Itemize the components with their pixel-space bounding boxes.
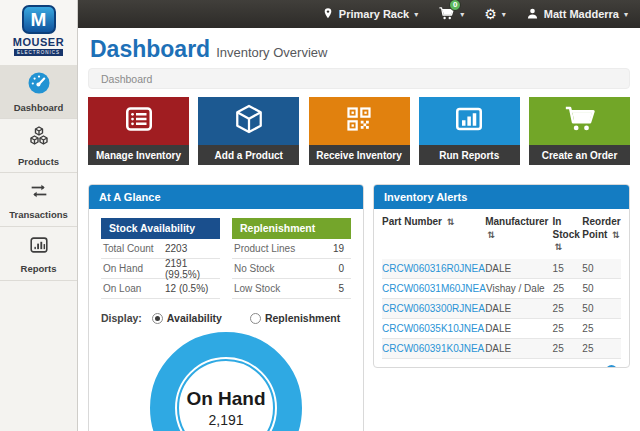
sidebar: DashboardProductsTransactionsReports bbox=[0, 65, 78, 431]
alerts-table-head: Part Number ⇅Manufacturer ⇅In Stock ⇅Reo… bbox=[382, 209, 621, 259]
manufacturer-cell: DALE bbox=[485, 343, 552, 354]
circle-arrow-icon: › bbox=[606, 365, 617, 368]
sidebar-item-label: Dashboard bbox=[14, 102, 64, 113]
in-stock-cell: 25 bbox=[553, 283, 583, 294]
manufacturer-cell: DALE bbox=[485, 263, 552, 274]
column-header-part-number[interactable]: Part Number ⇅ bbox=[382, 216, 485, 254]
cube-icon bbox=[232, 103, 266, 139]
in-stock-cell: 25 bbox=[553, 303, 583, 314]
stat-label: On Loan bbox=[103, 283, 165, 294]
display-label: Display: bbox=[101, 312, 142, 324]
action-label: Run Reports bbox=[419, 145, 520, 165]
radio-unselected-icon bbox=[250, 313, 261, 324]
quick-actions: Manage InventoryAdd a ProductReceive Inv… bbox=[88, 97, 630, 165]
user-icon bbox=[526, 7, 539, 22]
chevron-down-icon: ▾ bbox=[460, 10, 464, 19]
logo-brand-sub: ELECTRONICS bbox=[14, 49, 63, 56]
stat-row-no-stock: No Stock0 bbox=[232, 259, 351, 279]
column-header-in-stock[interactable]: In Stock ⇅ bbox=[553, 216, 583, 254]
page-head: DashboardInventory Overview bbox=[78, 28, 640, 63]
sort-icon: ⇅ bbox=[555, 242, 563, 252]
part-number-link[interactable]: CRCW060391K0JNEA bbox=[382, 343, 484, 354]
donut-label: On Hand bbox=[186, 388, 265, 410]
replenishment-table: Replenishment Product Lines19No Stock0Lo… bbox=[232, 218, 351, 299]
action-icon-area bbox=[529, 97, 630, 145]
at-a-glance-panel: At A Glance Stock Availability Total Cou… bbox=[88, 184, 364, 431]
stat-value: 5 bbox=[338, 283, 349, 294]
chart-icon bbox=[453, 104, 485, 138]
cubes-icon bbox=[27, 125, 51, 153]
sort-icon: ⇅ bbox=[612, 230, 620, 240]
settings-dropdown[interactable]: ⚙ ▾ bbox=[484, 7, 506, 21]
mouser-logo[interactable]: M MOUSER ELECTRONICS bbox=[0, 0, 78, 65]
panels-row: At A Glance Stock Availability Total Cou… bbox=[88, 184, 630, 431]
reorder-point-cell: 50 bbox=[582, 303, 621, 314]
cart-dropdown[interactable]: 0 ▾ bbox=[438, 6, 464, 23]
part-number-link[interactable]: CRCW0603300RJNEA bbox=[382, 303, 485, 314]
sidebar-item-dashboard[interactable]: Dashboard bbox=[0, 65, 77, 119]
breadcrumb-current: Dashboard bbox=[101, 73, 152, 85]
stat-row-total-count: Total Count2203 bbox=[101, 239, 220, 259]
display-radio-availability[interactable]: Availability bbox=[152, 312, 222, 324]
manufacturer-cell: DALE bbox=[485, 303, 552, 314]
add-a-product-button[interactable]: Add a Product bbox=[198, 97, 299, 165]
in-stock-cell: 25 bbox=[553, 343, 583, 354]
stat-label: No Stock bbox=[234, 263, 338, 274]
column-header-reorder-point[interactable]: Reorder Point ⇅ bbox=[582, 216, 621, 254]
location-label: Primary Rack bbox=[339, 8, 409, 20]
donut-value: 2,191 bbox=[208, 412, 243, 428]
stat-label: Low Stock bbox=[234, 283, 338, 294]
user-name-label: Matt Madderra bbox=[544, 8, 619, 20]
report-icon bbox=[27, 234, 51, 260]
location-dropdown[interactable]: Primary Rack ▾ bbox=[322, 7, 418, 22]
breadcrumb: Dashboard bbox=[88, 68, 630, 89]
create-an-order-button[interactable]: Create an Order bbox=[529, 97, 630, 165]
donut-center-text: On Hand 2,191 bbox=[175, 357, 277, 431]
top-navbar: Primary Rack ▾ 0 ▾ ⚙ ▾ Matt Madderra ▾ bbox=[78, 0, 640, 28]
part-number-link[interactable]: CRCW060316R0JNEA bbox=[382, 263, 485, 274]
part-number-link[interactable]: CRCW06035K10JNEA bbox=[382, 323, 484, 334]
sidebar-item-reports[interactable]: Reports bbox=[0, 227, 77, 281]
view-all-alerts-link[interactable]: View All Inventory Alerts › bbox=[374, 359, 629, 369]
stat-row-on-hand: On Hand2191 (99.5%) bbox=[101, 259, 220, 279]
main-content: DashboardInventory Overview Dashboard Ma… bbox=[78, 28, 640, 431]
sidebar-item-transactions[interactable]: Transactions bbox=[0, 173, 77, 227]
sort-icon: ⇅ bbox=[447, 217, 455, 227]
reorder-point-cell: 25 bbox=[582, 323, 621, 334]
stat-row-product-lines: Product Lines19 bbox=[232, 239, 351, 259]
radio-label: Availability bbox=[167, 312, 222, 324]
manage-inventory-button[interactable]: Manage Inventory bbox=[88, 97, 189, 165]
chevron-down-icon: ▾ bbox=[624, 10, 628, 19]
action-label: Create an Order bbox=[529, 145, 630, 165]
gauge-icon bbox=[27, 71, 51, 99]
sort-icon: ⇅ bbox=[487, 230, 495, 240]
run-reports-button[interactable]: Run Reports bbox=[419, 97, 520, 165]
view-all-alerts-label: View All Inventory Alerts bbox=[490, 365, 602, 369]
sidebar-item-products[interactable]: Products bbox=[0, 119, 77, 173]
radio-label: Replenishment bbox=[265, 312, 340, 324]
page-title: Dashboard bbox=[90, 36, 210, 62]
display-radio-replenishment[interactable]: Replenishment bbox=[250, 312, 340, 324]
column-header-manufacturer[interactable]: Manufacturer ⇅ bbox=[485, 216, 552, 254]
cart-icon: 0 bbox=[438, 6, 455, 23]
stat-row-on-loan: On Loan12 (0.5%) bbox=[101, 279, 220, 299]
inventory-alerts-panel: Inventory Alerts Part Number ⇅Manufactur… bbox=[373, 184, 630, 368]
receive-inventory-button[interactable]: Receive Inventory bbox=[309, 97, 410, 165]
stock-availability-table: Stock Availability Total Count2203On Han… bbox=[101, 218, 220, 299]
stat-value: 12 (0.5%) bbox=[165, 283, 218, 294]
stat-value: 2191 (99.5%) bbox=[165, 258, 218, 280]
manufacturer-cell: Vishay / Dale bbox=[486, 283, 553, 294]
stat-label: Total Count bbox=[103, 243, 165, 254]
cart-icon bbox=[563, 104, 597, 138]
stock-availability-header: Stock Availability bbox=[101, 218, 220, 239]
part-number-link[interactable]: CRCW06031M60JNEA bbox=[382, 283, 486, 294]
sidebar-item-label: Transactions bbox=[9, 209, 68, 220]
action-icon-area bbox=[309, 97, 410, 145]
in-stock-cell: 25 bbox=[553, 323, 583, 334]
sidebar-item-label: Reports bbox=[21, 263, 57, 274]
stat-value: 0 bbox=[338, 263, 349, 274]
logo-monogram: M bbox=[22, 5, 56, 34]
sidebar-item-label: Products bbox=[18, 156, 59, 167]
user-dropdown[interactable]: Matt Madderra ▾ bbox=[526, 7, 628, 22]
display-toggle-row: Display: AvailabilityReplenishment bbox=[89, 299, 363, 324]
